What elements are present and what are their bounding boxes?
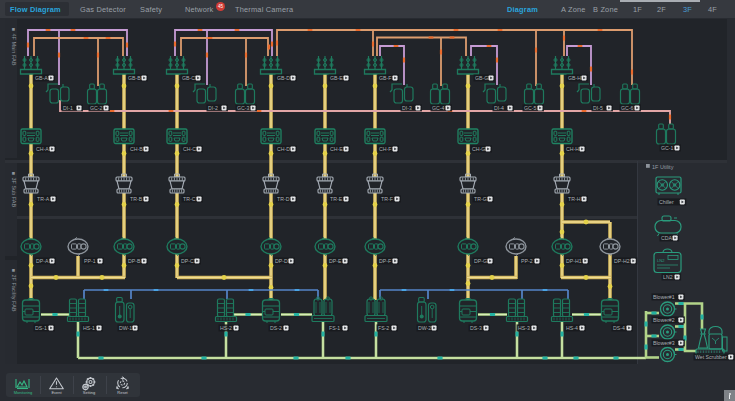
svg-text:DP-H2: DP-H2 — [614, 258, 630, 264]
svg-text:DI-1: DI-1 — [63, 105, 73, 111]
svg-text:LN2: LN2 — [657, 258, 665, 263]
svg-text:HS-4: HS-4 — [566, 325, 578, 331]
svg-text:Blower#1: Blower#1 — [653, 294, 675, 300]
svg-text:DS-4: DS-4 — [613, 325, 625, 331]
svg-text:GC-5: GC-5 — [524, 105, 537, 111]
svg-text:FS-2: FS-2 — [378, 325, 389, 331]
svg-text:TR-E: TR-E — [330, 196, 343, 202]
svg-text:DW-2: DW-2 — [418, 325, 431, 331]
svg-text:GC-1: GC-1 — [661, 145, 674, 151]
svg-text:HS-3: HS-3 — [518, 325, 530, 331]
svg-text:CH-A: CH-A — [36, 146, 49, 152]
svg-text:TR-G: TR-G — [474, 196, 487, 202]
svg-text:GC-2: GC-2 — [90, 105, 103, 111]
svg-text:TR-H: TR-H — [568, 196, 581, 202]
svg-text:DI-3: DI-3 — [402, 105, 412, 111]
svg-text:GB-E: GB-E — [330, 75, 343, 81]
svg-text:LN2: LN2 — [663, 274, 673, 280]
svg-text:1F Utility: 1F Utility — [652, 164, 674, 170]
svg-text:Blower#2: Blower#2 — [653, 317, 675, 323]
svg-text:CH-G: CH-G — [472, 146, 485, 152]
svg-text:Wet Scrubber: Wet Scrubber — [695, 354, 727, 360]
svg-text:Event: Event — [51, 390, 62, 395]
svg-text:Chiller: Chiller — [659, 199, 674, 205]
svg-text:GC-6: GC-6 — [621, 105, 634, 111]
svg-text:TR-B: TR-B — [130, 196, 143, 202]
svg-text:CDA: CDA — [661, 235, 672, 241]
svg-text:DP-G: DP-G — [474, 258, 487, 264]
svg-text:DI-4: DI-4 — [494, 105, 504, 111]
svg-text:TR-F: TR-F — [381, 196, 393, 202]
svg-text:GB-F: GB-F — [379, 75, 391, 81]
svg-text:DP-D: DP-D — [275, 258, 288, 264]
svg-text:Reset: Reset — [117, 390, 128, 395]
svg-text:DP-C: DP-C — [181, 258, 194, 264]
svg-text:GB-C: GB-C — [182, 75, 195, 81]
svg-text:CH-C: CH-C — [183, 146, 196, 152]
svg-text:DS-2: DS-2 — [270, 325, 282, 331]
svg-text:CH-E: CH-E — [330, 146, 343, 152]
svg-text:CH-F: CH-F — [379, 146, 391, 152]
svg-text:GC-3: GC-3 — [237, 105, 250, 111]
svg-text:CH-H: CH-H — [566, 146, 579, 152]
svg-text:Monitoring: Monitoring — [14, 390, 33, 395]
svg-text:Setting: Setting — [83, 390, 95, 395]
svg-text:DP-H1: DP-H1 — [566, 258, 582, 264]
svg-text:GB-D: GB-D — [277, 75, 290, 81]
svg-text:DI-2: DI-2 — [208, 105, 218, 111]
svg-text:CH-D: CH-D — [277, 146, 290, 152]
svg-text:HS-1: HS-1 — [83, 325, 95, 331]
svg-text:DP-E: DP-E — [329, 258, 342, 264]
svg-text:DS-1: DS-1 — [35, 325, 47, 331]
svg-text:GB-G: GB-G — [475, 75, 488, 81]
svg-text:DP-F: DP-F — [379, 258, 391, 264]
svg-text:GB-A: GB-A — [35, 75, 48, 81]
svg-text:DI-5: DI-5 — [593, 105, 603, 111]
svg-text:TR-D: TR-D — [277, 196, 290, 202]
svg-text:GB-B: GB-B — [128, 75, 141, 81]
svg-text:DS-3: DS-3 — [470, 325, 482, 331]
svg-text:GB-H: GB-H — [568, 75, 581, 81]
svg-text:PP-2: PP-2 — [521, 258, 533, 264]
svg-text:FS-1: FS-1 — [329, 325, 340, 331]
svg-text:DW-1: DW-1 — [119, 325, 132, 331]
svg-text:PP-1: PP-1 — [84, 258, 96, 264]
svg-text:GC-4: GC-4 — [432, 105, 445, 111]
svg-text:TR-C: TR-C — [183, 196, 196, 202]
svg-text:Blower#3: Blower#3 — [653, 340, 675, 346]
svg-text:CH-B: CH-B — [130, 146, 143, 152]
svg-text:TR-A: TR-A — [37, 196, 50, 202]
svg-text:HS-2: HS-2 — [220, 325, 232, 331]
svg-text:DP-A: DP-A — [36, 258, 49, 264]
svg-text:DP-B: DP-B — [128, 258, 141, 264]
